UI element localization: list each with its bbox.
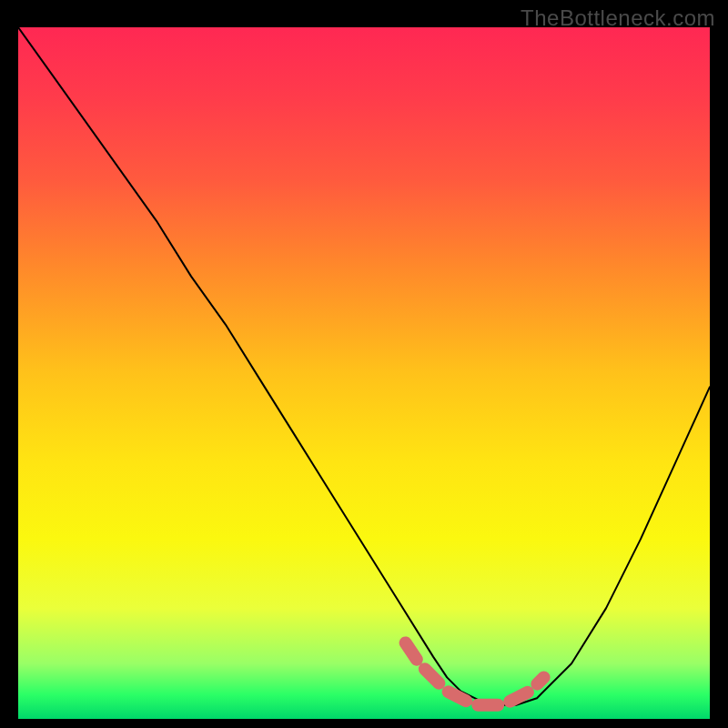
chart-svg [18,27,710,719]
gradient-background [18,27,710,719]
chart-plot-area [18,27,710,719]
watermark-text: TheBottleneck.com [521,5,715,31]
chart-stage: TheBottleneck.com [0,0,728,728]
